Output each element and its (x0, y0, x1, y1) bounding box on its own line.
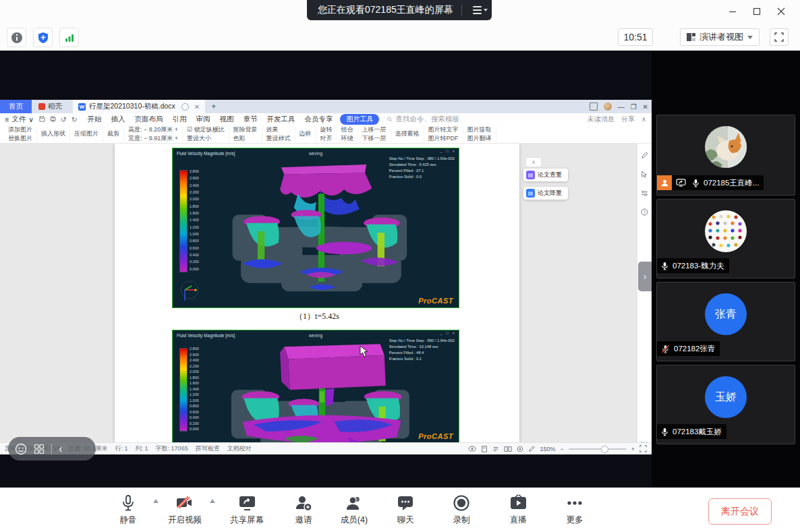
wps-file-menu[interactable]: ≡ 文件 ∨ (5, 115, 34, 124)
new-tab-button[interactable]: + (211, 102, 216, 111)
more-button[interactable]: 更多 (550, 494, 599, 526)
video-options-chevron[interactable] (210, 499, 215, 503)
fit-page-icon[interactable] (639, 445, 647, 452)
wps-restore-button[interactable]: ❐ (631, 103, 637, 111)
ribbon-item[interactable]: 边框 (295, 126, 316, 142)
participant-tile-1[interactable]: 072185王直峰... (656, 115, 795, 196)
adjust-tool-icon[interactable] (641, 189, 648, 197)
undo-icon[interactable]: ↺ (61, 115, 67, 123)
collaborate-icon[interactable] (590, 102, 598, 111)
ribbon-item[interactable]: 选择窗格 (391, 126, 424, 142)
select-tool-icon[interactable] (641, 171, 648, 178)
close-button[interactable] (769, 3, 793, 20)
zoom-slider-thumb[interactable] (601, 446, 608, 453)
ribbon-item[interactable]: 抠除背景 色彩 (229, 126, 262, 142)
menu-item[interactable]: 页面布局 (130, 115, 167, 124)
reaction-overlay-bar[interactable]: ‹ (8, 437, 96, 461)
security-button[interactable] (33, 28, 53, 47)
picture-tools-tab[interactable]: 图片工具 (340, 114, 379, 125)
ribbon-item[interactable]: 图片转文字 图片转PDF (424, 126, 463, 142)
menubar-right-item[interactable]: 分享 (621, 115, 635, 124)
zoom-slider[interactable] (569, 448, 627, 450)
record-button[interactable]: 录制 (437, 494, 486, 526)
focus-view-icon[interactable] (517, 446, 523, 452)
members-button[interactable]: 成员(4) (331, 494, 378, 526)
meeting-info-button[interactable] (7, 28, 26, 47)
procast-image-1[interactable]: Fluid Velocity Magnitude [m/s] wexing _ … (172, 148, 459, 308)
pen-tool-icon[interactable] (641, 152, 648, 159)
smiley-icon[interactable] (15, 443, 27, 455)
menu-item[interactable]: 会员专享 (299, 115, 337, 124)
float-tools-collapse-button[interactable]: ∧ (525, 157, 542, 167)
status-item[interactable]: 行: 1 (115, 444, 128, 453)
wps-close-button[interactable]: ✕ (643, 103, 648, 111)
participant-tile-3[interactable]: 张青 072182张青 (656, 282, 795, 361)
ribbon-item[interactable]: 添加图片 替换图片 (4, 126, 37, 142)
wps-docer-tab[interactable]: 稻壳 (32, 102, 69, 111)
paper-rewrite-button[interactable]: ▤ 论文降重 (523, 187, 568, 200)
ribbon-item[interactable]: 旋转 对齐 (316, 126, 337, 142)
menu-item[interactable]: 开发工具 (262, 115, 299, 124)
menu-item[interactable]: 章节 (238, 115, 262, 124)
page-view-icon[interactable] (481, 446, 488, 452)
paper-check-button[interactable]: ▤ 论文查重 (523, 169, 568, 181)
wps-command-search[interactable]: 查找命令、搜索模板 (387, 115, 459, 124)
ink-pen-icon[interactable] (528, 446, 535, 452)
ribbon-item[interactable]: 裁剪 (103, 126, 124, 142)
fullscreen-button[interactable] (770, 28, 789, 46)
start-video-button[interactable]: 开启视频 (161, 494, 209, 526)
ribbon-item[interactable]: ☑ 锁定纵横比 重设大小 (183, 126, 229, 142)
ribbon-item[interactable]: 高度: − 8.20厘米 + 宽度: − 9.91厘米 + (124, 126, 183, 142)
live-button[interactable]: 直播 (494, 494, 542, 526)
menubar-right-item[interactable]: 未读消息 (588, 115, 615, 124)
participant-tile-4[interactable]: 玉娇 072183戴玉娇 (656, 365, 795, 444)
maximize-button[interactable] (745, 3, 769, 20)
tab-close-icon[interactable]: ✕ (194, 103, 200, 111)
menu-item[interactable]: 插入 (106, 115, 130, 124)
status-item[interactable]: 拼写检查 (196, 444, 220, 453)
wps-minimize-button[interactable]: — (618, 103, 625, 111)
ribbon-item[interactable]: 组合 环绕 (337, 126, 358, 142)
menu-item[interactable]: 视图 (215, 115, 238, 124)
share-screen-button[interactable]: 共享屏幕 (220, 494, 274, 526)
more-tools-icon[interactable]: ⋯ (641, 438, 649, 442)
menu-item[interactable]: 引用 (167, 115, 191, 124)
ribbon-collapse-icon[interactable]: ∧ (641, 115, 646, 123)
wps-user-avatar[interactable] (604, 102, 612, 111)
eye-protect-icon[interactable] (468, 446, 476, 452)
meeting-menu-button[interactable] (469, 0, 492, 20)
ribbon-item[interactable]: 图片提取 图片翻译 (463, 126, 496, 142)
zoom-in-button[interactable]: + (631, 446, 635, 452)
multipage-view-icon[interactable] (504, 446, 512, 452)
zoom-out-button[interactable]: − (560, 446, 563, 452)
collapse-left-icon[interactable]: ‹ (59, 443, 62, 455)
invite-button[interactable]: 邀请 (282, 494, 325, 526)
outline-view-icon[interactable] (492, 446, 499, 452)
network-quality-button[interactable] (59, 28, 79, 47)
zoom-level[interactable]: 150% (540, 446, 555, 452)
ribbon-item[interactable]: 插入形状 (37, 126, 70, 142)
mute-button[interactable]: 静音 (107, 494, 150, 526)
procast-image-2[interactable]: Fluid Velocity Magnitude [m/s] wexing _ … (172, 330, 459, 442)
redo-icon[interactable]: ↻ (72, 115, 78, 123)
wps-home-tab[interactable]: 首页 (0, 100, 32, 113)
ribbon-item[interactable]: 上移一层 下移一层 (358, 126, 391, 142)
leave-meeting-button[interactable]: 离开会议 (708, 498, 772, 525)
mic-options-chevron[interactable] (153, 499, 159, 503)
status-item[interactable]: 列: 1 (136, 444, 148, 453)
print-icon[interactable] (50, 116, 56, 122)
apps-icon[interactable] (34, 444, 45, 454)
status-item[interactable]: 字数: 17065 (156, 444, 188, 453)
wps-document-tab[interactable]: W 行星架20210310-初稿.docx ✕ (73, 100, 205, 113)
help-icon[interactable]: ? (641, 208, 648, 216)
save-icon[interactable] (39, 116, 45, 122)
menu-item[interactable]: 审阅 (191, 115, 215, 124)
sidebar-collapse-handle[interactable]: › (638, 262, 652, 291)
minimize-button[interactable] (720, 3, 745, 20)
ribbon-item[interactable]: 效果 重设样式 (262, 126, 295, 142)
menu-item[interactable]: 开始 (82, 115, 106, 124)
chat-button[interactable]: 聊天 (382, 494, 429, 526)
view-mode-selector[interactable]: 演讲者视图 (680, 28, 760, 46)
status-item[interactable]: 文档校对 (227, 444, 252, 453)
participant-tile-2[interactable]: 072183-魏力夫 (656, 199, 795, 278)
